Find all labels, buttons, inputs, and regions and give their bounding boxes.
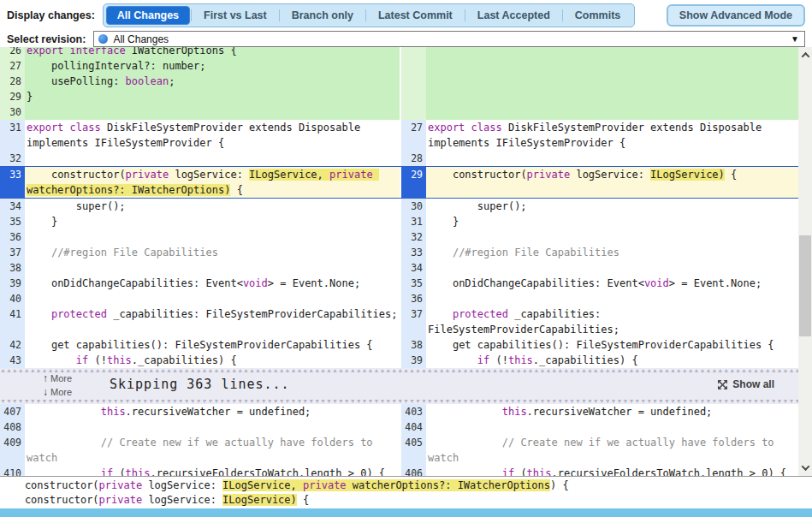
diff-row[interactable]: 37 //#region File Capabilities33 //#regi… [0, 245, 798, 260]
scroll-up-button[interactable] [798, 49, 812, 62]
line-number: 32 [0, 151, 25, 166]
code-line: constructor(private logService: ILogServ… [25, 167, 400, 198]
line-number [401, 74, 426, 89]
code-line: super(); [25, 199, 400, 214]
code-line [426, 260, 798, 276]
revision-row: Select revision: All Changes ▼ [0, 31, 812, 47]
scroll-down-button[interactable] [798, 461, 812, 474]
diff-row[interactable]: 39 onDidChangeCapabilities: Event<void> … [0, 276, 798, 291]
diff-row[interactable]: 30 [0, 104, 798, 120]
line-number: 43 [0, 353, 25, 368]
line-number: 34 [0, 199, 25, 214]
line-number: 36 [0, 229, 25, 245]
revision-select[interactable]: All Changes ▼ [93, 31, 805, 47]
line-number: 410 [0, 466, 25, 476]
diff-row[interactable]: 42 get capabilities(): FileSystemProvide… [0, 337, 798, 353]
diff-row[interactable]: 3228 [0, 151, 798, 166]
line-number: 41 [0, 306, 25, 337]
code-line [25, 104, 400, 120]
diff-row[interactable]: 35 }31 } [0, 214, 798, 229]
line-number: 31 [0, 120, 25, 151]
code-line: pollingInterval?: number; [25, 58, 400, 74]
diff-row[interactable]: 29} [0, 89, 798, 104]
skip-lines-text: Skipping 363 lines... [110, 377, 290, 392]
diff-row[interactable]: 407 this.recursiveWatcher = undefined;40… [0, 404, 798, 419]
diff-row[interactable]: 34 super();30 super(); [0, 199, 798, 214]
code-line: get capabilities(): FileSystemProviderCa… [426, 337, 798, 353]
diff-rows-bottom: 407 this.recursiveWatcher = undefined;40… [0, 404, 798, 476]
line-number: 38 [401, 337, 426, 353]
code-line: onDidChangeCapabilities: Event<void> = E… [426, 276, 798, 291]
mode-separator [562, 9, 563, 21]
show-advanced-mode-button[interactable]: Show Advanced Mode [667, 4, 805, 27]
diff-row[interactable]: 3834 [0, 260, 798, 276]
mode-button-last-accepted[interactable]: Last Accepted [466, 6, 561, 25]
mode-button-latest-commit[interactable]: Latest Commit [367, 6, 464, 25]
code-line: //#region File Capabilities [426, 245, 798, 260]
horizontal-scrollbar[interactable] [0, 508, 812, 517]
code-line: protected _capabilities: FileSystemProvi… [426, 306, 798, 337]
diff-row[interactable]: 41 protected _capabilities: FileSystemPr… [0, 306, 798, 337]
code-line: if (!this._capabilities) { [426, 353, 798, 368]
preview-line: constructor(private logService: ILogServ… [0, 493, 812, 508]
show-all-label: Show all [732, 378, 774, 390]
preview-line: constructor(private logService: ILogServ… [0, 478, 812, 493]
line-number: 407 [0, 404, 25, 419]
code-line [25, 151, 400, 166]
code-line: //#region File Capabilities [25, 245, 400, 260]
line-number: 32 [401, 229, 426, 245]
chevron-down-icon [801, 462, 809, 471]
line-number: 42 [0, 337, 25, 353]
more-buttons: ↑ More ↓ More [43, 371, 72, 399]
mode-separator [465, 9, 465, 21]
diff-row[interactable]: 28 usePolling: boolean; [0, 74, 798, 89]
code-line: protected _capabilities: FileSystemProvi… [25, 306, 400, 337]
scrollbar-thumb[interactable] [799, 235, 811, 336]
diff-row[interactable]: 27 pollingInterval?: number; [0, 58, 798, 74]
show-all-button[interactable]: Show all [717, 378, 774, 390]
line-number: 403 [401, 404, 426, 419]
line-number [401, 104, 426, 120]
line-number: 28 [401, 151, 426, 166]
mode-separator [365, 9, 366, 21]
diff-row[interactable]: 409 // Create new if we actually have fo… [0, 435, 798, 466]
line-number: 28 [0, 74, 25, 89]
expand-icon [717, 379, 728, 390]
diff-row[interactable]: 4036 [0, 291, 798, 306]
more-down-button[interactable]: ↓ More [43, 385, 72, 399]
line-number: 39 [0, 276, 25, 291]
diff-row[interactable]: 31export class DiskFileSystemProvider ex… [0, 120, 798, 151]
line-number: 29 [0, 89, 25, 104]
code-line: } [426, 214, 798, 229]
mode-button-first-vs-last[interactable]: First vs Last [193, 6, 278, 25]
select-revision-label: Select revision: [7, 33, 86, 45]
line-number: 27 [401, 120, 426, 151]
diff-row[interactable]: 408404 [0, 419, 798, 435]
more-up-button[interactable]: ↑ More [43, 371, 72, 385]
selected-change-preview: constructor(private logService: ILogServ… [0, 476, 812, 508]
line-number: 31 [401, 214, 426, 229]
line-number: 33 [401, 245, 426, 260]
mode-button-all-changes[interactable]: All Changes [106, 6, 190, 25]
line-number: 30 [0, 104, 25, 120]
code-line [426, 291, 798, 306]
code-line [426, 47, 798, 58]
diff-row[interactable]: 43 if (!this._capabilities) {39 if (!thi… [0, 353, 798, 368]
line-number: 35 [0, 214, 25, 229]
diff-row[interactable]: 410 if (this.recursiveFoldersToWatch.len… [0, 466, 798, 476]
mode-button-commits[interactable]: Commits [564, 6, 631, 25]
line-number: 36 [401, 291, 426, 306]
diff-row[interactable]: 26export interface IWatcherOptions { [0, 47, 798, 58]
mode-button-branch-only[interactable]: Branch only [281, 6, 365, 25]
line-number: 35 [401, 276, 426, 291]
diff-viewer: 26export interface IWatcherOptions {27 p… [0, 47, 812, 476]
line-number: 26 [0, 47, 25, 58]
line-number [401, 47, 426, 58]
diff-row[interactable]: 3632 [0, 229, 798, 245]
chevron-up-icon [801, 52, 809, 61]
code-line: onDidChangeCapabilities: Event<void> = E… [25, 276, 400, 291]
vertical-scrollbar[interactable] [798, 47, 812, 476]
line-number: 29 [401, 167, 426, 198]
diff-row[interactable]: 33 constructor(private logService: ILogS… [0, 166, 798, 199]
code-line: get capabilities(): FileSystemProviderCa… [25, 337, 400, 353]
